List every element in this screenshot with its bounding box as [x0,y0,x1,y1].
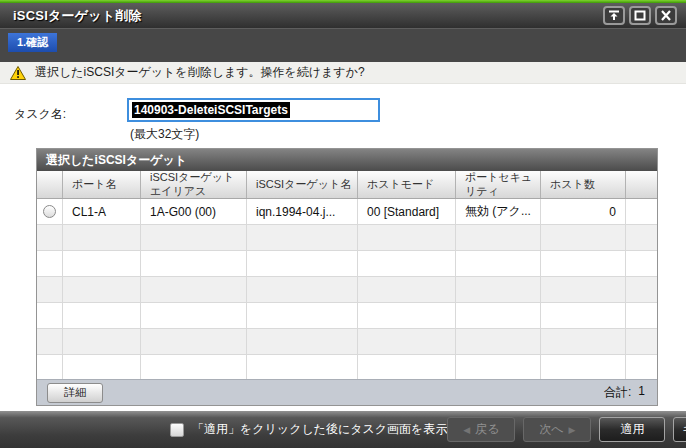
table-title: 選択したiSCSIターゲット [37,149,657,171]
table-row[interactable]: CL1-A 1A-G00 (00) iqn.1994-04.j... 00 [S… [37,199,657,225]
show-task-screen-checkbox[interactable] [170,423,184,437]
row-radio-button[interactable] [43,205,56,218]
empty-table-row [37,303,657,329]
total-value: 1 [638,384,645,401]
row-radio-cell [37,199,63,224]
next-arrow-icon: ▶ [569,425,576,435]
empty-table-row [37,277,657,303]
detail-button[interactable]: 詳細 [47,383,103,403]
popout-icon[interactable] [603,6,625,25]
task-name-label: タスク名: [14,106,66,123]
column-port-name[interactable]: ポート名 [63,171,141,198]
task-name-input[interactable]: 140903-DeleteiSCSITargets [127,98,380,122]
cell-target-alias: 1A-G00 (00) [141,199,247,224]
titlebar: iSCSIターゲット削除 [0,3,686,28]
column-radio [37,171,63,198]
empty-table-row [37,251,657,277]
dialog-title: iSCSIターゲット削除 [0,7,142,25]
tab-step1-confirm[interactable]: 1.確認 [8,33,57,52]
warning-message: 選択したiSCSIターゲットを削除します。操作を続けますか? [35,64,365,81]
empty-table-row [37,225,657,251]
cancel-button[interactable]: キャンセル [673,417,686,442]
selected-targets-table: 選択したiSCSIターゲット ポート名 iSCSIターゲットエイリアス iSCS… [36,148,658,406]
table-body: CL1-A 1A-G00 (00) iqn.1994-04.j... 00 [S… [37,199,657,379]
total-label: 合計: [604,384,631,401]
warning-icon [10,66,26,80]
total-count: 合計: 1 [604,384,647,401]
next-button[interactable]: 次へ ▶ [523,417,591,442]
delete-iscsi-target-dialog: iSCSIターゲット削除 1.確認 選択したiSCSIターゲットを削除します。操… [0,0,686,448]
maximize-icon[interactable] [629,6,651,25]
window-controls [603,6,686,25]
cell-host-mode: 00 [Standard] [358,199,456,224]
close-icon[interactable] [655,6,677,25]
column-host-count[interactable]: ホスト数 [541,171,626,198]
show-task-screen-label: 「適用」をクリックした後にタスク画面を表示 [192,421,447,438]
cell-target-name: iqn.1994-04.j... [247,199,358,224]
back-arrow-icon: ◀ [463,425,470,435]
step-tabstrip: 1.確認 [0,28,686,62]
warning-bar: 選択したiSCSIターゲットを削除します。操作を続けますか? [0,62,686,84]
bottom-action-bar: 「適用」をクリックした後にタスク画面を表示 ◀ 戻る 次へ ▶ 適用 キャンセル… [0,411,686,448]
table-header-row: ポート名 iSCSIターゲットエイリアス iSCSIターゲット名 ホストモード … [37,171,657,199]
task-name-value: 140903-DeleteiSCSITargets [132,102,290,118]
empty-table-row [37,355,657,379]
column-port-security[interactable]: ポートセキュリティ [456,171,541,198]
action-buttons: ◀ 戻る 次へ ▶ 適用 キャンセル ? [447,417,686,442]
apply-button[interactable]: 適用 [599,417,665,442]
cell-host-count: 0 [541,199,626,224]
table-footer: 詳細 合計: 1 [37,379,657,405]
column-target-name[interactable]: iSCSIターゲット名 [247,171,358,198]
back-button[interactable]: ◀ 戻る [447,417,515,442]
back-button-label: 戻る [475,421,499,438]
dialog-content: 選択したiSCSIターゲットを削除します。操作を続けますか? タスク名: 140… [0,62,686,411]
cell-port-security: 無効 (アク... [456,199,541,224]
column-host-mode[interactable]: ホストモード [358,171,456,198]
column-spacer [626,171,657,198]
cell-port-name: CL1-A [63,199,141,224]
next-button-label: 次へ [539,421,563,438]
cell-spacer [626,199,657,224]
empty-table-row [37,329,657,355]
column-target-alias[interactable]: iSCSIターゲットエイリアス [141,171,247,198]
task-name-max-hint: (最大32文字) [130,126,199,143]
